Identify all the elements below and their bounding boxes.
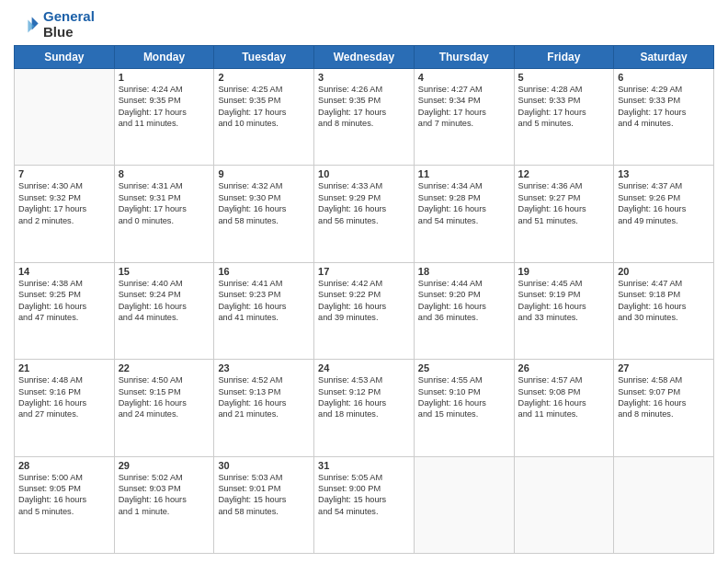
day-content: Sunrise: 4:40 AM Sunset: 9:24 PM Dayligh… xyxy=(119,278,210,324)
day-content: Sunrise: 4:32 AM Sunset: 9:30 PM Dayligh… xyxy=(218,180,310,226)
day-number: 2 xyxy=(218,72,310,83)
day-number: 18 xyxy=(418,266,510,277)
page: General Blue SundayMondayTuesdayWednesda… xyxy=(0,0,728,563)
calendar-cell: 23Sunrise: 4:52 AM Sunset: 9:13 PM Dayli… xyxy=(214,360,314,456)
calendar-cell: 3Sunrise: 4:26 AM Sunset: 9:35 PM Daylig… xyxy=(314,69,415,166)
day-content: Sunrise: 4:44 AM Sunset: 9:20 PM Dayligh… xyxy=(418,278,510,324)
day-content: Sunrise: 4:53 AM Sunset: 9:12 PM Dayligh… xyxy=(318,374,410,420)
day-content: Sunrise: 4:25 AM Sunset: 9:35 PM Dayligh… xyxy=(218,84,310,130)
svg-marker-0 xyxy=(32,17,39,29)
day-number: 17 xyxy=(318,266,410,277)
calendar-header-row: SundayMondayTuesdayWednesdayThursdayFrid… xyxy=(15,46,714,69)
calendar-table: SundayMondayTuesdayWednesdayThursdayFrid… xyxy=(14,45,714,554)
day-content: Sunrise: 4:55 AM Sunset: 9:10 PM Dayligh… xyxy=(418,374,510,420)
day-content: Sunrise: 4:34 AM Sunset: 9:28 PM Dayligh… xyxy=(418,180,510,226)
calendar-header-friday: Friday xyxy=(514,46,614,69)
day-content: Sunrise: 4:50 AM Sunset: 9:15 PM Dayligh… xyxy=(119,374,210,420)
calendar-cell: 27Sunrise: 4:58 AM Sunset: 9:07 PM Dayli… xyxy=(614,360,714,456)
day-number: 21 xyxy=(18,362,110,373)
day-content: Sunrise: 5:02 AM Sunset: 9:03 PM Dayligh… xyxy=(119,472,210,518)
calendar-cell: 21Sunrise: 4:48 AM Sunset: 9:16 PM Dayli… xyxy=(15,360,115,456)
calendar-week-4: 28Sunrise: 5:00 AM Sunset: 9:05 PM Dayli… xyxy=(15,456,714,553)
day-number: 27 xyxy=(618,362,710,373)
day-number: 15 xyxy=(119,266,210,277)
day-content: Sunrise: 4:45 AM Sunset: 9:19 PM Dayligh… xyxy=(518,278,610,324)
day-content: Sunrise: 4:24 AM Sunset: 9:35 PM Dayligh… xyxy=(119,84,210,130)
day-content: Sunrise: 4:29 AM Sunset: 9:33 PM Dayligh… xyxy=(618,84,710,130)
day-content: Sunrise: 4:57 AM Sunset: 9:08 PM Dayligh… xyxy=(518,374,610,420)
day-content: Sunrise: 4:26 AM Sunset: 9:35 PM Dayligh… xyxy=(318,84,410,130)
day-content: Sunrise: 4:48 AM Sunset: 9:16 PM Dayligh… xyxy=(18,374,110,420)
calendar-header-monday: Monday xyxy=(114,46,214,69)
day-number: 31 xyxy=(318,460,410,471)
logo-icon xyxy=(14,12,40,38)
calendar-cell: 5Sunrise: 4:28 AM Sunset: 9:33 PM Daylig… xyxy=(514,69,614,166)
day-number: 25 xyxy=(418,362,510,373)
day-number: 20 xyxy=(618,266,710,277)
day-content: Sunrise: 4:52 AM Sunset: 9:13 PM Dayligh… xyxy=(218,374,310,420)
day-number: 12 xyxy=(518,168,610,179)
calendar-header-tuesday: Tuesday xyxy=(214,46,314,69)
day-content: Sunrise: 4:28 AM Sunset: 9:33 PM Dayligh… xyxy=(518,84,610,130)
calendar-cell: 7Sunrise: 4:30 AM Sunset: 9:32 PM Daylig… xyxy=(15,166,115,262)
day-number: 13 xyxy=(618,168,710,179)
day-content: Sunrise: 4:31 AM Sunset: 9:31 PM Dayligh… xyxy=(119,180,210,226)
day-number: 10 xyxy=(318,168,410,179)
day-content: Sunrise: 4:37 AM Sunset: 9:26 PM Dayligh… xyxy=(618,180,710,226)
calendar-week-2: 14Sunrise: 4:38 AM Sunset: 9:25 PM Dayli… xyxy=(15,262,714,359)
day-number: 7 xyxy=(18,168,110,179)
calendar-cell: 28Sunrise: 5:00 AM Sunset: 9:05 PM Dayli… xyxy=(15,456,115,553)
calendar-header-sunday: Sunday xyxy=(15,46,115,69)
day-number: 11 xyxy=(418,168,510,179)
day-content: Sunrise: 5:03 AM Sunset: 9:01 PM Dayligh… xyxy=(218,472,310,518)
header: General Blue xyxy=(14,9,714,40)
calendar-cell: 2Sunrise: 4:25 AM Sunset: 9:35 PM Daylig… xyxy=(214,69,314,166)
calendar-cell: 4Sunrise: 4:27 AM Sunset: 9:34 PM Daylig… xyxy=(414,69,514,166)
calendar-cell: 12Sunrise: 4:36 AM Sunset: 9:27 PM Dayli… xyxy=(514,166,614,262)
day-number: 3 xyxy=(318,72,410,83)
calendar-cell: 10Sunrise: 4:33 AM Sunset: 9:29 PM Dayli… xyxy=(314,166,415,262)
calendar-header-thursday: Thursday xyxy=(414,46,514,69)
calendar-cell: 9Sunrise: 4:32 AM Sunset: 9:30 PM Daylig… xyxy=(214,166,314,262)
day-content: Sunrise: 5:05 AM Sunset: 9:00 PM Dayligh… xyxy=(318,472,410,518)
day-number: 26 xyxy=(518,362,610,373)
day-content: Sunrise: 4:42 AM Sunset: 9:22 PM Dayligh… xyxy=(318,278,410,324)
calendar-week-3: 21Sunrise: 4:48 AM Sunset: 9:16 PM Dayli… xyxy=(15,360,714,456)
calendar-cell: 26Sunrise: 4:57 AM Sunset: 9:08 PM Dayli… xyxy=(514,360,614,456)
calendar-cell: 11Sunrise: 4:34 AM Sunset: 9:28 PM Dayli… xyxy=(414,166,514,262)
calendar-cell xyxy=(514,456,614,553)
calendar-week-1: 7Sunrise: 4:30 AM Sunset: 9:32 PM Daylig… xyxy=(15,166,714,262)
day-content: Sunrise: 4:58 AM Sunset: 9:07 PM Dayligh… xyxy=(618,374,710,420)
day-number: 29 xyxy=(119,460,210,471)
day-content: Sunrise: 5:00 AM Sunset: 9:05 PM Dayligh… xyxy=(18,472,110,518)
day-content: Sunrise: 4:33 AM Sunset: 9:29 PM Dayligh… xyxy=(318,180,410,226)
day-number: 6 xyxy=(618,72,710,83)
day-number: 19 xyxy=(518,266,610,277)
day-content: Sunrise: 4:38 AM Sunset: 9:25 PM Dayligh… xyxy=(18,278,110,324)
calendar-cell xyxy=(15,69,115,166)
day-content: Sunrise: 4:36 AM Sunset: 9:27 PM Dayligh… xyxy=(518,180,610,226)
calendar-cell: 13Sunrise: 4:37 AM Sunset: 9:26 PM Dayli… xyxy=(614,166,714,262)
calendar-cell: 14Sunrise: 4:38 AM Sunset: 9:25 PM Dayli… xyxy=(15,262,115,359)
calendar-cell: 18Sunrise: 4:44 AM Sunset: 9:20 PM Dayli… xyxy=(414,262,514,359)
day-number: 9 xyxy=(218,168,310,179)
calendar-cell: 17Sunrise: 4:42 AM Sunset: 9:22 PM Dayli… xyxy=(314,262,415,359)
day-number: 24 xyxy=(318,362,410,373)
calendar-cell: 22Sunrise: 4:50 AM Sunset: 9:15 PM Dayli… xyxy=(114,360,214,456)
day-number: 14 xyxy=(18,266,110,277)
logo: General Blue xyxy=(14,9,95,40)
day-number: 8 xyxy=(119,168,210,179)
calendar-cell: 6Sunrise: 4:29 AM Sunset: 9:33 PM Daylig… xyxy=(614,69,714,166)
calendar-cell: 8Sunrise: 4:31 AM Sunset: 9:31 PM Daylig… xyxy=(114,166,214,262)
calendar-cell: 30Sunrise: 5:03 AM Sunset: 9:01 PM Dayli… xyxy=(214,456,314,553)
calendar-cell: 19Sunrise: 4:45 AM Sunset: 9:19 PM Dayli… xyxy=(514,262,614,359)
logo-text: General Blue xyxy=(43,9,95,40)
calendar-cell: 20Sunrise: 4:47 AM Sunset: 9:18 PM Dayli… xyxy=(614,262,714,359)
day-number: 4 xyxy=(418,72,510,83)
calendar-week-0: 1Sunrise: 4:24 AM Sunset: 9:35 PM Daylig… xyxy=(15,69,714,166)
calendar-header-saturday: Saturday xyxy=(614,46,714,69)
calendar-cell: 24Sunrise: 4:53 AM Sunset: 9:12 PM Dayli… xyxy=(314,360,415,456)
day-number: 1 xyxy=(119,72,210,83)
day-number: 28 xyxy=(18,460,110,471)
calendar-cell: 15Sunrise: 4:40 AM Sunset: 9:24 PM Dayli… xyxy=(114,262,214,359)
